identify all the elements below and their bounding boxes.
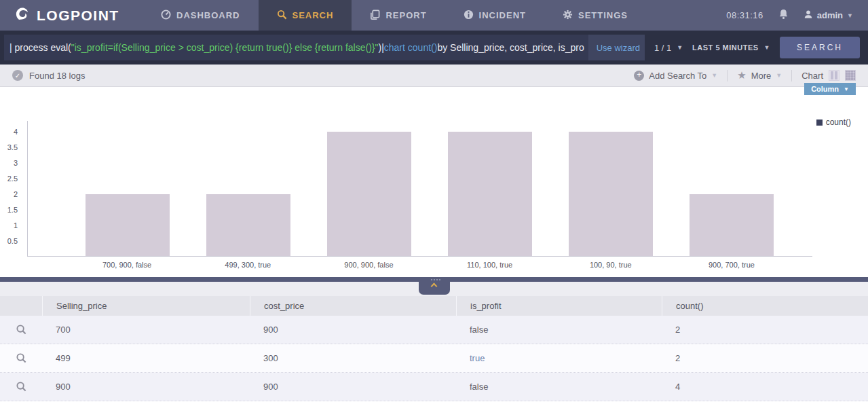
status-bar-actions: + Add Search To ▼ ★ More ▼ Chart <box>634 69 856 81</box>
notifications-bell-icon[interactable] <box>778 9 789 22</box>
time-range-value: LAST 5 MINUTES <box>692 43 758 52</box>
magnifier-icon <box>16 353 26 363</box>
cell-cost-price: 300 <box>250 353 456 363</box>
user-menu[interactable]: admin ▼ <box>804 10 853 21</box>
x-axis-category-label: 900, 900, false <box>308 257 429 269</box>
table-header-row: Selling_price cost_price is_profit count… <box>0 296 868 316</box>
x-axis-category-label: 700, 900, false <box>67 257 187 269</box>
star-icon: ★ <box>737 69 746 81</box>
bar-cell <box>430 121 550 256</box>
nav-item-report[interactable]: REPORT <box>352 0 445 31</box>
bar-cell <box>550 121 671 256</box>
divider <box>727 70 728 81</box>
found-logs-status: ✓ Found 18 logs <box>12 70 85 81</box>
found-logs-text: Found 18 logs <box>29 71 85 81</box>
add-search-to-button[interactable]: + Add Search To ▼ <box>634 71 717 81</box>
use-wizard-link[interactable]: Use wizard <box>588 35 645 60</box>
top-navbar: LOGPOINT DASHBOARD SEARCH REPORT <box>0 0 868 31</box>
chevron-down-icon: ▼ <box>776 72 782 79</box>
table-row[interactable]: 499 300 true 2 <box>0 344 868 373</box>
chevron-down-icon: ▼ <box>677 44 683 51</box>
cell-selling-price: 700 <box>42 325 250 335</box>
nav-label: REPORT <box>385 10 426 20</box>
bar-900-700-true[interactable] <box>690 194 774 256</box>
chevron-down-icon: ▼ <box>711 72 717 79</box>
pagination-value: 1 / 1 <box>654 43 671 53</box>
report-pages-icon <box>370 10 380 22</box>
logpoint-logo-icon <box>14 5 31 26</box>
divider <box>791 70 792 81</box>
main-nav: DASHBOARD SEARCH REPORT INCIDENT <box>143 0 646 31</box>
bar-100-90-true[interactable] <box>569 132 654 256</box>
table-header-count[interactable]: count() <box>662 296 868 316</box>
time-range-picker[interactable]: LAST 5 MINUTES ▼ <box>692 43 770 52</box>
chevron-up-icon <box>431 283 438 290</box>
check-circle-icon: ✓ <box>12 70 23 81</box>
chart-table-splitter[interactable] <box>0 277 868 282</box>
legend-swatch <box>816 120 823 126</box>
inspect-row-button[interactable] <box>0 382 42 392</box>
collapse-chart-handle[interactable] <box>419 282 450 295</box>
bar-499-300-true[interactable] <box>206 194 291 256</box>
search-button[interactable]: SEARCH <box>780 37 860 58</box>
cell-is-profit: false <box>456 382 662 392</box>
column-chart-view-icon[interactable] <box>829 70 839 81</box>
bar-110-100-true[interactable] <box>448 132 533 256</box>
inspect-row-button[interactable] <box>0 325 42 335</box>
navbar-right: 08:31:16 admin ▼ <box>726 0 868 31</box>
chart-type-column-button[interactable]: Column ▼ <box>804 83 856 95</box>
nav-item-search[interactable]: SEARCH <box>259 0 352 31</box>
chevron-down-icon: ▼ <box>847 12 853 19</box>
plot-wrap: 700, 900, false499, 300, true900, 900, f… <box>0 121 812 269</box>
username: admin <box>817 10 843 20</box>
table-header-empty <box>0 296 42 316</box>
chart-type-label: Column <box>811 85 839 93</box>
bar-cell <box>309 121 430 256</box>
bar-900-900-false[interactable] <box>327 132 412 256</box>
logpoint-logo[interactable]: LOGPOINT <box>0 0 143 31</box>
query-segment: )| <box>378 42 383 53</box>
nav-label: SETTINGS <box>578 10 628 20</box>
nav-item-settings[interactable]: SETTINGS <box>544 0 646 31</box>
dashboard-gauge-icon <box>161 10 171 22</box>
bar-cell <box>67 121 188 256</box>
bar-cell <box>188 121 309 256</box>
cell-count: 2 <box>662 325 868 335</box>
chart-legend: count() <box>816 117 851 127</box>
chart-view-toggle: Chart <box>801 70 856 81</box>
cell-selling-price: 900 <box>42 382 250 392</box>
clock: 08:31:16 <box>726 10 763 20</box>
x-axis-category-label: 110, 100, true <box>430 257 550 269</box>
search-query-bar: | process eval("is_profit=if(Selling_pri… <box>0 31 868 65</box>
cell-is-profit: true <box>456 353 662 363</box>
nav-label: DASHBOARD <box>176 10 240 20</box>
status-bar: ✓ Found 18 logs + Add Search To ▼ ★ More… <box>0 65 868 87</box>
result-pagination[interactable]: 1 / 1 ▼ <box>654 43 683 53</box>
x-axis-labels: 700, 900, false499, 300, true900, 900, f… <box>27 257 812 269</box>
logpoint-app: LOGPOINT DASHBOARD SEARCH REPORT <box>0 0 868 404</box>
chart-panel: Column ▼ count() 0.511.522.533.54 700, 9… <box>0 87 868 277</box>
more-label: More <box>751 71 772 81</box>
cell-cost-price: 900 <box>250 382 456 392</box>
table-header-is-profit[interactable]: is_profit <box>456 296 662 316</box>
grid-view-icon[interactable] <box>845 70 856 81</box>
nav-item-incident[interactable]: INCIDENT <box>445 0 544 31</box>
grip-dots-icon <box>434 279 435 280</box>
table-row[interactable]: 700 900 false 2 <box>0 316 868 344</box>
chevron-down-icon: ▼ <box>764 44 770 51</box>
query-input[interactable]: | process eval("is_profit=if(Selling_pri… <box>4 35 645 60</box>
nav-item-dashboard[interactable]: DASHBOARD <box>143 0 259 31</box>
legend-label: count() <box>826 117 851 127</box>
x-axis-category-label: 900, 700, true <box>671 257 792 269</box>
query-segment-command: chart count() <box>384 42 438 53</box>
x-axis-category-label: 499, 300, true <box>187 257 308 269</box>
bar-700-900-false[interactable] <box>86 194 170 256</box>
chart-label: Chart <box>801 71 823 81</box>
inspect-row-button[interactable] <box>0 353 42 363</box>
table-row[interactable]: 900 900 false 4 <box>0 373 868 401</box>
cell-selling-price: 499 <box>42 353 250 363</box>
table-header-selling-price[interactable]: Selling_price <box>42 296 250 316</box>
table-header-cost-price[interactable]: cost_price <box>250 296 456 316</box>
more-button[interactable]: ★ More ▼ <box>737 69 782 81</box>
user-icon <box>804 10 813 21</box>
